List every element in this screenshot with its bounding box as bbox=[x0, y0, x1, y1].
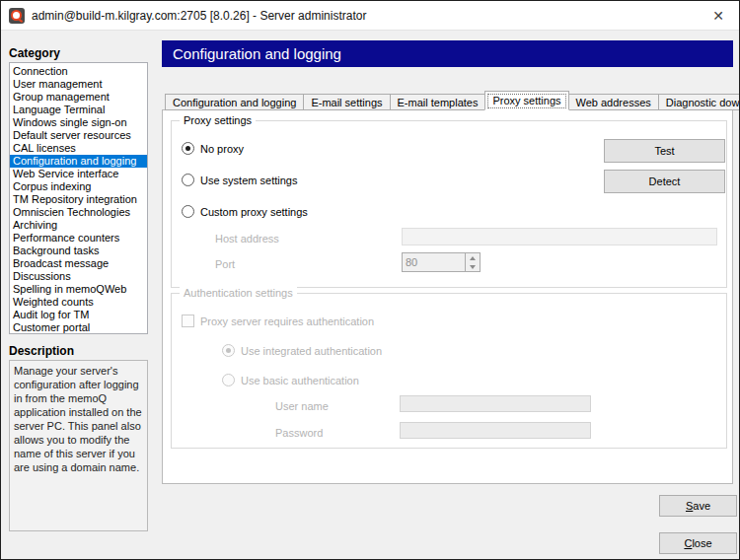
auth-group-label: Authentication settings bbox=[180, 287, 297, 300]
integrated-auth-radio-row: Use integrated authentication bbox=[222, 343, 382, 358]
basic-auth-radio-row: Use basic authentication bbox=[222, 373, 359, 387]
custom-proxy-radio-row[interactable]: Custom proxy settings bbox=[182, 204, 308, 219]
port-value: 80 bbox=[403, 253, 465, 271]
integrated-auth-radio bbox=[222, 344, 235, 357]
port-stepper-arrows bbox=[465, 253, 480, 271]
host-address-field bbox=[402, 228, 717, 245]
page-title: Configuration and logging bbox=[173, 45, 341, 62]
detect-button[interactable]: Detect bbox=[604, 170, 725, 193]
category-item[interactable]: TM Repository integration bbox=[10, 193, 147, 206]
category-item[interactable]: Group management bbox=[10, 91, 147, 104]
system-settings-label: Use system settings bbox=[200, 175, 297, 186]
port-label: Port bbox=[215, 256, 235, 271]
proxy-group-label: Proxy settings bbox=[180, 114, 256, 127]
user-name-label: User name bbox=[275, 398, 329, 413]
authentication-settings-group: Authentication settings Proxy server req… bbox=[171, 293, 727, 449]
tab-proxy-settings[interactable]: Proxy settings bbox=[484, 91, 568, 110]
close-button[interactable]: Close bbox=[659, 532, 737, 554]
requires-auth-checkbox-row: Proxy server requires authentication bbox=[182, 314, 374, 328]
category-item[interactable]: Audit log for TM bbox=[10, 309, 147, 321]
save-button[interactable]: Save bbox=[659, 495, 737, 517]
category-item[interactable]: Corpus indexing bbox=[10, 180, 147, 193]
tab-email-settings[interactable]: E-mail settings bbox=[304, 94, 390, 110]
user-name-field bbox=[400, 395, 591, 412]
no-proxy-radio[interactable] bbox=[182, 142, 194, 155]
tab-diagnostic-downloads[interactable]: Diagnostic downloads bbox=[659, 94, 740, 110]
system-settings-radio[interactable] bbox=[182, 174, 194, 186]
category-item[interactable]: Weighted counts bbox=[10, 296, 147, 309]
category-label: Category bbox=[9, 46, 60, 60]
close-icon[interactable]: ✕ bbox=[710, 8, 726, 24]
category-item[interactable]: Web Service interface bbox=[10, 168, 147, 180]
requires-auth-label: Proxy server requires authentication bbox=[200, 315, 374, 327]
category-listbox[interactable]: ConnectionUser managementGroup managemen… bbox=[9, 62, 148, 334]
category-item[interactable]: Spelling in memoQWeb bbox=[10, 283, 147, 296]
proxy-settings-page: Proxy settings No proxy Use system setti… bbox=[162, 109, 733, 484]
category-item[interactable]: Default server resources bbox=[10, 129, 147, 142]
no-proxy-label: No proxy bbox=[200, 143, 244, 155]
tab-email-templates[interactable]: E-mail templates bbox=[391, 94, 486, 110]
stepper-up-icon bbox=[466, 253, 480, 262]
category-item[interactable]: User management bbox=[10, 78, 147, 91]
basic-auth-label: Use basic authentication bbox=[241, 375, 359, 386]
server-administrator-window: admin@build-m.kilgray.com:2705 [8.0.26] … bbox=[0, 0, 740, 560]
test-button[interactable]: Test bbox=[604, 139, 725, 163]
basic-auth-radio bbox=[222, 374, 235, 386]
category-item[interactable]: Performance counters bbox=[10, 232, 147, 245]
password-field bbox=[400, 422, 591, 439]
password-label: Password bbox=[275, 425, 323, 440]
category-item[interactable]: Language Terminal bbox=[10, 104, 147, 116]
host-address-label: Host address bbox=[215, 231, 279, 245]
port-stepper: 80 bbox=[402, 252, 481, 272]
tab-web-addresses[interactable]: Web addresses bbox=[569, 94, 659, 110]
requires-auth-checkbox bbox=[182, 315, 194, 327]
stepper-down-icon bbox=[466, 262, 480, 271]
titlebar: admin@build-m.kilgray.com:2705 [8.0.26] … bbox=[1, 1, 739, 31]
category-item[interactable]: Discussions bbox=[10, 270, 147, 283]
tab-strip: Configuration and logging E-mail setting… bbox=[162, 91, 740, 110]
category-item[interactable]: Archiving bbox=[10, 219, 147, 232]
category-item[interactable]: Background tasks bbox=[10, 245, 147, 257]
description-label: Description bbox=[9, 344, 74, 358]
custom-proxy-radio[interactable] bbox=[182, 205, 194, 218]
category-item[interactable]: Customer portal bbox=[10, 321, 147, 334]
proxy-settings-group: Proxy settings No proxy Use system setti… bbox=[171, 120, 727, 288]
category-item[interactable]: CAL licenses bbox=[10, 142, 147, 155]
custom-proxy-label: Custom proxy settings bbox=[200, 206, 308, 218]
header-band: Configuration and logging bbox=[162, 40, 733, 67]
tab-configuration-and-logging[interactable]: Configuration and logging bbox=[165, 94, 304, 110]
memoq-app-icon bbox=[9, 8, 25, 24]
category-item[interactable]: Omniscien Technologies bbox=[10, 206, 147, 219]
category-item[interactable]: Windows single sign-on bbox=[10, 116, 147, 129]
description-text: Manage your server's configuration after… bbox=[9, 360, 148, 531]
window-title: admin@build-m.kilgray.com:2705 [8.0.26] … bbox=[32, 1, 366, 31]
no-proxy-radio-row[interactable]: No proxy bbox=[182, 141, 244, 156]
category-item[interactable]: Connection bbox=[10, 65, 147, 78]
category-item[interactable]: Configuration and logging bbox=[10, 155, 147, 168]
system-settings-radio-row[interactable]: Use system settings bbox=[182, 173, 297, 187]
integrated-auth-label: Use integrated authentication bbox=[241, 345, 382, 357]
category-item[interactable]: Broadcast message bbox=[10, 257, 147, 270]
